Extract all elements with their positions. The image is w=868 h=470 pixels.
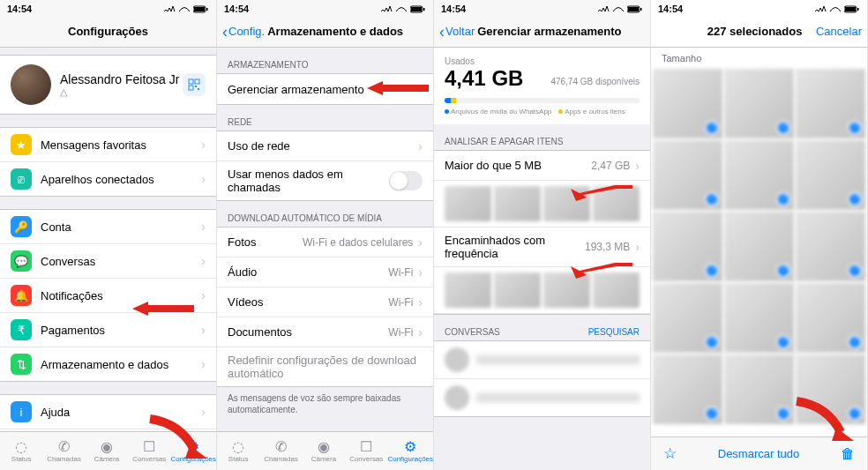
footnote-voice: As mensagens de voz são sempre baixadas … (217, 387, 433, 421)
media-cell[interactable] (653, 69, 722, 138)
chat-row[interactable] (434, 341, 650, 379)
tab-settings[interactable]: ⚙Configurações (387, 432, 433, 470)
svg-marker-18 (571, 263, 632, 279)
chevron-right-icon: › (201, 323, 206, 337)
row-storage[interactable]: ⇅Armazenamento e dados› (0, 347, 216, 381)
media-cell[interactable] (796, 283, 865, 353)
back-button[interactable]: ‹Voltar (439, 24, 475, 40)
chat-name (476, 355, 640, 364)
media-cell[interactable] (724, 212, 794, 281)
row-larger-than-5mb[interactable]: Maior do que 5 MB2,47 GB› (434, 151, 650, 181)
row-account[interactable]: 🔑Conta› (0, 210, 216, 244)
row-videos[interactable]: VídeosWi-Fi› (217, 287, 433, 317)
tab-chats[interactable]: ☐Conversas (345, 432, 387, 470)
label: Aparelhos conectados (41, 173, 196, 186)
status-icon: ◌ (232, 440, 244, 454)
svg-rect-6 (195, 86, 197, 87)
row-reset-autodl[interactable]: Redefinir configurações de download auto… (217, 347, 433, 386)
label: Mensagens favoritas (41, 138, 196, 152)
check-icon (776, 407, 790, 421)
media-cell[interactable] (653, 140, 722, 210)
row-forwarded[interactable]: Encaminhados com frequência193,3 MB› (434, 228, 650, 267)
media-cell[interactable] (653, 283, 722, 353)
annotation-arrow (367, 79, 429, 97)
tab-status[interactable]: ◌Status (217, 432, 259, 470)
row-audio[interactable]: ÁudioWi-Fi› (217, 257, 433, 287)
chat-avatar (445, 347, 469, 372)
media-cell[interactable] (796, 212, 865, 281)
check-icon (776, 121, 790, 135)
status-time: 14:54 (441, 4, 466, 14)
section-header-review: ANALISAR E APAGAR ITENS (434, 124, 650, 150)
svg-rect-16 (640, 8, 642, 11)
media-grid (653, 69, 865, 424)
svg-rect-1 (194, 7, 205, 11)
annotation-arrow (132, 300, 194, 317)
media-cell[interactable] (724, 354, 794, 424)
media-cell[interactable] (653, 212, 722, 281)
row-low-data[interactable]: Usar menos dados em chamadas (217, 161, 433, 200)
media-cell[interactable] (724, 283, 794, 353)
tab-camera[interactable]: ◉Câmera (303, 432, 345, 470)
svg-rect-21 (857, 8, 859, 11)
chevron-right-icon: › (635, 159, 640, 173)
chat-avatar (445, 385, 469, 410)
row-photos[interactable]: FotosWi-Fi e dados celulares› (217, 228, 433, 257)
chevron-right-icon: › (418, 265, 423, 280)
svg-rect-4 (195, 79, 199, 84)
row-payments[interactable]: ₹Pagamentos› (0, 313, 216, 347)
unselect-all-button[interactable]: Desmarcar tudo (718, 447, 799, 460)
label: Documentos (228, 325, 388, 339)
label: Usar menos dados em chamadas (228, 168, 389, 194)
search-link[interactable]: PESQUISAR (588, 327, 640, 337)
status-icon: ◌ (15, 440, 27, 454)
check-icon (705, 121, 719, 135)
tab-calls[interactable]: ✆Chamadas (42, 432, 85, 470)
media-cell[interactable] (724, 69, 794, 138)
status-time: 14:54 (224, 4, 249, 14)
row-docs[interactable]: DocumentosWi-Fi› (217, 317, 433, 347)
qr-icon[interactable] (183, 73, 206, 96)
size-header: Tamanho (653, 48, 865, 69)
tab-status[interactable]: ◌Status (0, 432, 42, 470)
phone-icon: ✆ (58, 440, 70, 454)
chevron-right-icon: › (201, 288, 206, 302)
check-icon (705, 407, 719, 421)
profile-row[interactable]: Alessandro Feitosa Jr △ (0, 55, 216, 115)
media-cell[interactable] (796, 69, 865, 138)
media-cell[interactable] (796, 140, 865, 210)
value: 2,47 GB (591, 160, 630, 172)
tab-calls[interactable]: ✆Chamadas (259, 432, 302, 470)
phone-icon: ✆ (275, 440, 287, 454)
chat-row[interactable] (434, 379, 650, 416)
row-devices[interactable]: ⎚ Aparelhos conectados › (0, 162, 216, 196)
row-chats[interactable]: 💬Conversas› (0, 244, 216, 279)
media-cell[interactable] (653, 354, 722, 424)
chevron-right-icon: › (201, 220, 206, 234)
chevron-left-icon: ‹ (222, 24, 228, 40)
gear-icon: ⚙ (404, 440, 416, 454)
tab-camera[interactable]: ◉Câmera (86, 432, 128, 470)
value: Wi-Fi (388, 266, 413, 279)
chevron-right-icon: › (201, 138, 206, 152)
media-cell[interactable] (724, 140, 794, 210)
selection-toolbar: ☆ Desmarcar tudo 🗑 (651, 436, 867, 470)
label: Maior do que 5 MB (445, 159, 591, 172)
row-favorites[interactable]: ★ Mensagens favoritas › (0, 128, 216, 162)
label: Redefinir configurações de download auto… (228, 354, 423, 380)
trash-icon[interactable]: 🗑 (841, 446, 855, 462)
back-button[interactable]: ‹Config. (222, 24, 265, 40)
storage-bar (445, 98, 640, 103)
value: 193,3 MB (585, 241, 630, 253)
value: Wi-Fi (388, 326, 413, 339)
chevron-right-icon: › (418, 235, 423, 250)
toggle-low-data[interactable] (389, 171, 423, 190)
cancel-button[interactable]: Cancelar (816, 25, 862, 38)
chevron-right-icon: › (201, 254, 206, 268)
check-icon (776, 335, 790, 349)
star-icon[interactable]: ☆ (663, 444, 677, 463)
info-icon: i (11, 401, 32, 422)
svg-rect-2 (206, 8, 208, 11)
row-network-usage[interactable]: Uso de rede› (217, 131, 433, 161)
svg-rect-11 (411, 7, 422, 11)
